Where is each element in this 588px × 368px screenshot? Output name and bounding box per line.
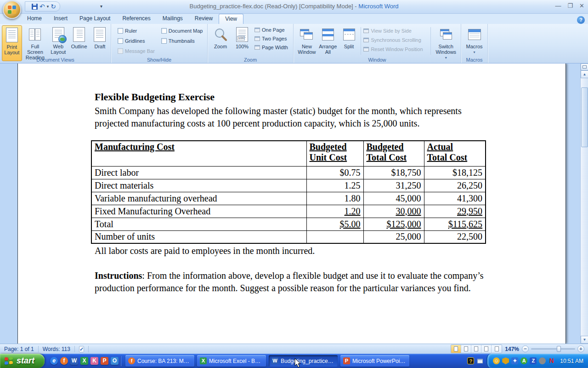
office-button[interactable]	[3, 0, 21, 19]
new-window-button[interactable]: New Window	[296, 25, 317, 62]
macros-dropdown-icon: ▾	[473, 50, 475, 55]
close-button[interactable]: ✕	[579, 3, 584, 9]
start-button[interactable]: start	[0, 354, 45, 368]
switch-windows-icon	[439, 29, 453, 40]
message-bar-checkbox-box	[118, 48, 123, 54]
word-count[interactable]: Words: 113	[39, 346, 74, 352]
group-label-document-views: Document Views	[0, 57, 111, 63]
status-bar: Page: 1 of 1 Words: 113 ✓ 147% − +	[0, 344, 588, 354]
outline-view-button[interactable]	[481, 345, 492, 353]
keys-icon[interactable]: K	[90, 357, 98, 365]
page-indicator[interactable]: Page: 1 of 1	[0, 346, 38, 352]
taskbar: start e f W X K P O f Course: BA 213: Ma…	[0, 354, 588, 368]
scrollbar-thumb[interactable]	[581, 87, 588, 147]
task-button-powerpoint[interactable]: P Microsoft PowerPoint ...	[340, 355, 409, 367]
tab-references[interactable]: References	[116, 14, 156, 24]
powerpoint-icon[interactable]: P	[101, 357, 108, 365]
zoom-button[interactable]: Zoom	[210, 25, 231, 51]
vertical-scrollbar[interactable]: ▲ ▼	[580, 63, 588, 344]
quick-launch-bar: e f W X K P O	[50, 357, 119, 365]
volume-tray-icon[interactable]	[539, 357, 546, 364]
firefox-icon[interactable]: f	[60, 357, 68, 365]
document-page[interactable]: Flexible Budgeting Exercise Smith Compan…	[17, 63, 566, 344]
two-pages-icon	[254, 36, 260, 41]
gridlines-checkbox[interactable]: Gridlines	[117, 38, 156, 44]
help-icon[interactable]: ?	[577, 16, 585, 24]
synchronous-scrolling-icon	[363, 38, 369, 42]
view-side-by-side-button: View Side by Side	[362, 28, 429, 34]
zonealarm-tray-icon[interactable]: Z	[530, 357, 537, 364]
antivirus-tray-icon[interactable]: A	[520, 357, 527, 364]
web-layout-view-button[interactable]	[471, 345, 481, 353]
window-title: Budgeting_practice-flex.doc (Read-Only) …	[0, 3, 588, 10]
arrange-all-button[interactable]: Arrange All	[317, 25, 339, 62]
full-screen-reading-icon	[29, 29, 41, 40]
new-window-icon	[300, 29, 314, 40]
utility-tray-icon[interactable]: ✦	[511, 357, 518, 364]
page-width-button[interactable]: Page Width	[254, 44, 289, 51]
print-layout-view-button[interactable]	[451, 345, 461, 353]
task-button-firefox[interactable]: f Course: BA 213: Man...	[125, 355, 194, 367]
task-button-word-active[interactable]: W Budgeting_practice-fl...	[269, 355, 338, 367]
one-page-button[interactable]: One Page	[254, 27, 289, 33]
thumbnails-checkbox[interactable]: Thumbnails	[160, 38, 204, 44]
tab-insert[interactable]: Insert	[48, 14, 74, 24]
spellcheck-icon[interactable]: ✓	[79, 346, 84, 352]
group-window: New Window Arrange All Split View Side b…	[294, 24, 461, 63]
zoom-out-button[interactable]: −	[522, 345, 529, 352]
switch-windows-button[interactable]: Switch Windows ▾	[432, 25, 460, 62]
zoom-in-button[interactable]: +	[577, 345, 584, 352]
full-screen-reading-button[interactable]: Full Screen Reading	[23, 25, 48, 61]
ruler-checkbox-box	[118, 28, 123, 34]
tab-page-layout[interactable]: Page Layout	[74, 14, 116, 24]
table-row: Variable manufacturing overhead 1.80 45,…	[91, 192, 486, 205]
macros-button[interactable]: Macros ▾	[463, 25, 486, 56]
tab-home[interactable]: Home	[21, 14, 48, 24]
table-header-row: Manufacturing Cost BudgetedUnit Cost Bud…	[91, 141, 486, 166]
word-task-icon: W	[271, 357, 278, 364]
shield-tray-icon[interactable]	[502, 357, 509, 364]
outline-button[interactable]: Outline	[69, 25, 89, 61]
firefox-task-icon: f	[128, 357, 135, 364]
word-icon[interactable]: W	[70, 357, 78, 365]
document-map-checkbox[interactable]: Document Map	[160, 28, 204, 34]
split-button[interactable]: Split	[339, 25, 360, 62]
group-zoom: Zoom 100 100% One Page Two Pages Page Wi…	[208, 24, 294, 63]
zoom-slider[interactable]	[531, 348, 575, 350]
draft-view-button[interactable]	[492, 345, 502, 353]
minimize-button[interactable]: —	[555, 3, 561, 9]
zoom-slider-thumb[interactable]	[557, 346, 561, 352]
split-icon	[343, 29, 355, 40]
draft-button[interactable]: Draft	[90, 25, 110, 61]
web-layout-icon	[52, 27, 64, 42]
excel-icon[interactable]: X	[80, 357, 88, 365]
full-screen-view-button[interactable]	[461, 345, 471, 353]
display-settings-icon[interactable]	[477, 359, 483, 363]
ruler-checkbox[interactable]: Ruler	[117, 28, 156, 34]
scroll-up-icon[interactable]: ▲	[581, 70, 588, 78]
magnifier-icon	[214, 28, 227, 41]
task-button-excel[interactable]: X Microsoft Excel - Bud...	[197, 355, 266, 367]
table-row: Number of units 25,000 22,500	[91, 230, 486, 243]
tab-review[interactable]: Review	[189, 14, 219, 24]
tab-mailings[interactable]: Mailings	[157, 14, 189, 24]
outlook-icon[interactable]: O	[111, 357, 119, 365]
scroll-down-icon[interactable]: ▼	[581, 336, 588, 344]
document-instructions: Instructions: From the information above…	[95, 270, 492, 294]
print-layout-button[interactable]: Print Layout	[2, 25, 22, 61]
restore-button[interactable]: ❐	[567, 3, 573, 9]
norton-tray-icon[interactable]: N	[548, 357, 555, 364]
budget-table: Manufacturing Cost BudgetedUnit Cost Bud…	[91, 140, 486, 244]
ruler-toggle-button[interactable]	[581, 63, 588, 70]
zoom-100-button[interactable]: 100 100%	[232, 25, 252, 51]
messenger-tray-icon[interactable]: ☺	[493, 357, 500, 364]
zoom-level[interactable]: 147%	[505, 346, 519, 352]
group-label-zoom: Zoom	[208, 57, 293, 63]
internet-explorer-icon[interactable]: e	[50, 357, 58, 365]
help-badge-icon[interactable]: ?	[467, 357, 474, 364]
tab-view[interactable]: View	[219, 14, 243, 24]
two-pages-button[interactable]: Two Pages	[254, 35, 289, 42]
web-layout-button[interactable]: Web Layout	[48, 25, 68, 61]
powerpoint-task-icon: P	[343, 357, 350, 364]
group-label-macros: Macros	[461, 57, 487, 63]
